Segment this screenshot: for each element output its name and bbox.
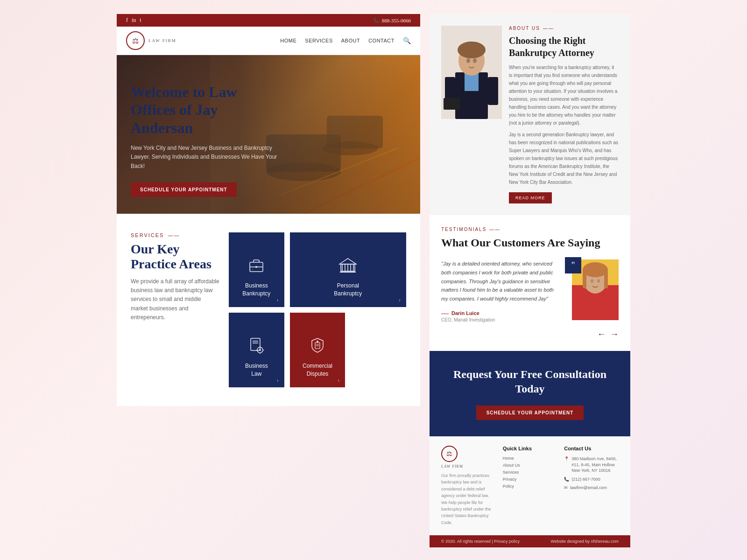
business-law-icon bbox=[248, 337, 265, 357]
testimonial-author: Darin Luice bbox=[451, 310, 479, 316]
service-card-personal-bankruptcy[interactable]: PersonalBankruptcy › bbox=[290, 232, 406, 307]
svg-point-50 bbox=[597, 279, 600, 283]
svg-rect-39 bbox=[488, 77, 498, 105]
personal-bankruptcy-icon bbox=[338, 255, 357, 277]
hero-title: Welcome to Law Offices of Jay Andersan bbox=[131, 83, 280, 137]
personal-bankruptcy-arrow: › bbox=[399, 296, 401, 303]
linkedin-icon[interactable]: in bbox=[132, 17, 136, 24]
about-read-more-button[interactable]: READ MORE bbox=[509, 192, 552, 203]
business-law-title: BusinessLaw bbox=[245, 362, 268, 378]
cta-button[interactable]: SCHEDULE YOUR APPOINTMENT bbox=[476, 406, 584, 420]
right-column: ABOUT US Choosing the Right Bankrutpcy A… bbox=[430, 14, 630, 547]
copyright-text: © 2020. All rights reserved | Privacy po… bbox=[441, 539, 520, 544]
attorney-illustration bbox=[441, 26, 502, 119]
footer-links-col: Quick Links Home About Us Services Priva… bbox=[503, 446, 557, 526]
svg-point-23 bbox=[259, 349, 261, 351]
testimonial-prev-button[interactable]: ← bbox=[597, 329, 606, 339]
svg-marker-14 bbox=[339, 259, 356, 264]
about-content: ABOUT US Choosing the Right Bankrutpcy A… bbox=[509, 26, 619, 203]
footer-link-services[interactable]: Services bbox=[503, 470, 557, 475]
svg-rect-47 bbox=[604, 270, 608, 288]
footer-links-title: Quick Links bbox=[503, 446, 557, 451]
svg-point-41 bbox=[473, 58, 477, 63]
services-label: SERVICES bbox=[131, 232, 219, 238]
business-bankruptcy-title: BusinessBankruptcy bbox=[242, 282, 270, 298]
footer-logo-col: ⚖ LAW FIRM Our firm proudly practices ba… bbox=[441, 446, 496, 526]
logo-icon: ⚖ bbox=[126, 31, 145, 50]
logo-name: LAW FIRM bbox=[148, 38, 176, 43]
bottom-bar: © 2020. All rights reserved | Privacy po… bbox=[430, 535, 630, 547]
commercial-disputes-icon bbox=[309, 337, 326, 357]
personal-bankruptcy-title: PersonalBankruptcy bbox=[334, 282, 362, 298]
services-title: Our Key Practice Areas bbox=[131, 242, 219, 272]
svg-rect-46 bbox=[583, 270, 586, 288]
footer-phone: 📞 (212) 667-7000 bbox=[564, 476, 619, 483]
svg-rect-38 bbox=[444, 98, 460, 110]
phone-area: 📞 888-355-0666 bbox=[373, 17, 411, 23]
about-label: ABOUT US bbox=[509, 26, 619, 31]
testimonials-section: TESTIMONIALS What Our Customers Are Sayi… bbox=[430, 215, 630, 351]
nav-home[interactable]: HOME bbox=[280, 38, 296, 43]
footer-link-home[interactable]: Home bbox=[503, 456, 557, 461]
commercial-disputes-title: CommercialDisputes bbox=[303, 362, 332, 378]
svg-point-49 bbox=[591, 279, 593, 283]
left-column: f in t 📞 888-355-0666 ⚖ LAW FIRM HOME SE… bbox=[117, 14, 420, 547]
facebook-icon[interactable]: f bbox=[126, 17, 128, 24]
footer-section: ⚖ LAW FIRM Our firm proudly practices ba… bbox=[430, 436, 630, 535]
about-text-2: Jay is a second generation Bankruptcy la… bbox=[509, 131, 619, 186]
business-bankruptcy-icon bbox=[248, 257, 265, 277]
cta-title: Request Your Free Consultation Today bbox=[441, 367, 619, 396]
bank-building-icon bbox=[338, 255, 357, 273]
hero-subtitle: New York City and New Jersey Business an… bbox=[131, 144, 280, 171]
testimonial-card: "Jay is a detailed oriented attorney, wh… bbox=[441, 259, 619, 322]
service-card-commercial-disputes[interactable]: CommercialDisputes › bbox=[290, 313, 345, 387]
logo-text: LAW FIRM bbox=[148, 38, 176, 43]
nav-about[interactable]: ABOUT bbox=[341, 38, 360, 43]
footer-link-policy[interactable]: Policy bbox=[503, 484, 557, 489]
business-bankruptcy-arrow: › bbox=[277, 296, 279, 303]
about-section: ABOUT US Choosing the Right Bankrutpcy A… bbox=[430, 14, 630, 215]
footer-logo-name: LAW FIRM bbox=[441, 464, 496, 469]
footer-grid: ⚖ LAW FIRM Our firm proudly practices ba… bbox=[441, 446, 619, 526]
credit-text: Website designed by nfshereau.com bbox=[551, 539, 619, 544]
services-section: SERVICES Our Key Practice Areas We provi… bbox=[117, 214, 420, 406]
nav-links: HOME SERVICES ABOUT CONTACT 🔍 bbox=[280, 37, 411, 45]
footer-link-privacy[interactable]: Privacy bbox=[503, 477, 557, 482]
footer-contact-title: Contact Us bbox=[564, 446, 619, 451]
testimonial-next-button[interactable]: → bbox=[610, 329, 619, 339]
footer-logo-icon: ⚖ bbox=[441, 446, 458, 462]
about-text-1: When you're searching for a bankruptcy a… bbox=[509, 63, 619, 127]
about-image bbox=[441, 26, 502, 119]
about-title: Choosing the Right Bankrutpcy Attorney bbox=[509, 35, 619, 59]
logo-area: ⚖ LAW FIRM bbox=[126, 31, 176, 50]
phone-number: 888-355-0666 bbox=[382, 18, 411, 23]
services-cards-area: PersonalBankruptcy › bbox=[229, 232, 406, 387]
testimonial-author-area: — Darin Luice CEO, Manali Investigation bbox=[441, 309, 560, 322]
testimonial-image-area: " bbox=[567, 259, 619, 320]
top-bar: f in t 📞 888-355-0666 bbox=[117, 14, 420, 27]
cta-section: Request Your Free Consultation Today SCH… bbox=[430, 351, 630, 436]
nav-contact[interactable]: CONTACT bbox=[368, 38, 395, 43]
services-description-area: SERVICES Our Key Practice Areas We provi… bbox=[131, 232, 219, 387]
hero-content: Welcome to Law Offices of Jay Andersan N… bbox=[117, 55, 294, 211]
nav-bar: ⚖ LAW FIRM HOME SERVICES ABOUT CONTACT 🔍 bbox=[117, 27, 420, 55]
email-icon: ✉ bbox=[564, 485, 568, 491]
nav-services[interactable]: SERVICES bbox=[305, 38, 332, 43]
briefcase-icon bbox=[248, 257, 265, 273]
testimonial-text-area: "Jay is a detailed oriented attorney, wh… bbox=[441, 259, 560, 322]
footer-contact-col: Contact Us 📍 380 Madison Ave, 8400, #11,… bbox=[564, 446, 619, 526]
testimonials-label: TESTIMONIALS bbox=[441, 227, 619, 232]
twitter-icon[interactable]: t bbox=[140, 17, 141, 24]
search-icon[interactable]: 🔍 bbox=[403, 37, 411, 45]
svg-point-45 bbox=[583, 262, 608, 277]
service-card-business-law[interactable]: BusinessLaw › bbox=[229, 313, 284, 387]
phone-footer-icon: 📞 bbox=[564, 476, 569, 483]
shield-document-icon bbox=[309, 337, 326, 354]
quote-mark-box: " bbox=[565, 257, 581, 273]
footer-link-about[interactable]: About Us bbox=[503, 463, 557, 468]
service-card-business-bankruptcy[interactable]: BusinessBankruptcy › bbox=[229, 232, 284, 307]
business-law-arrow: › bbox=[277, 377, 279, 384]
hero-cta-button[interactable]: SCHEDULE YOUR APPOINTMENT bbox=[131, 182, 237, 197]
svg-rect-19 bbox=[251, 338, 260, 350]
footer-address: 📍 380 Madison Ave, 8400, #11, 8-45, Main… bbox=[564, 456, 619, 474]
